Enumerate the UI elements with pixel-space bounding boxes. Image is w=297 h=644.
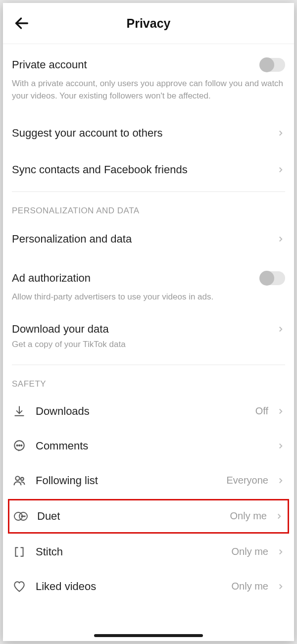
chevron-right-icon — [276, 165, 285, 174]
comment-icon — [12, 439, 27, 453]
svg-point-4 — [17, 445, 18, 446]
download-data-row[interactable]: Download your data Get a copy of your Ti… — [3, 312, 294, 364]
duet-value: Only me — [230, 510, 267, 522]
page-title: Privacy — [127, 16, 171, 31]
heart-icon — [12, 579, 27, 594]
chevron-right-icon — [276, 325, 285, 334]
following-list-label: Following list — [36, 474, 227, 487]
downloads-label: Downloads — [36, 405, 255, 418]
header: Privacy — [3, 3, 294, 44]
toggle-knob — [259, 57, 274, 72]
ad-authorization-toggle[interactable] — [260, 271, 285, 285]
liked-videos-value: Only me — [232, 581, 268, 592]
stitch-label: Stitch — [36, 545, 232, 558]
personalization-header: PERSONALIZATION AND DATA — [3, 192, 294, 221]
privacy-screen: Privacy Private account With a private a… — [3, 3, 294, 641]
ad-auth-header-row: Ad authorization — [12, 257, 285, 287]
chevron-right-icon — [276, 476, 285, 485]
duet-label: Duet — [37, 510, 230, 523]
back-button[interactable] — [12, 13, 32, 33]
people-icon — [12, 473, 27, 488]
svg-point-13 — [24, 516, 25, 517]
private-account-label: Private account — [12, 58, 260, 71]
duet-icon — [13, 509, 28, 524]
ad-auth-row: Ad authorization Allow third-party adver… — [3, 257, 294, 312]
duet-row[interactable]: Duet Only me — [8, 499, 289, 534]
ad-authorization-description: Allow third-party advertisers to use you… — [12, 291, 285, 312]
svg-point-5 — [19, 445, 20, 446]
chevron-right-icon — [276, 129, 285, 138]
safety-header: SAFETY — [3, 365, 294, 394]
stitch-icon — [12, 545, 27, 559]
downloads-value: Off — [255, 405, 268, 417]
personalization-data-row[interactable]: Personalization and data — [3, 221, 294, 257]
following-list-value: Everyone — [227, 475, 269, 486]
private-account-section: Private account With a private account, … — [3, 44, 294, 115]
download-icon — [12, 404, 27, 419]
liked-videos-label: Liked videos — [36, 580, 232, 593]
svg-point-6 — [21, 445, 22, 446]
chevron-right-icon — [275, 512, 284, 521]
downloads-row[interactable]: Downloads Off — [3, 394, 294, 429]
home-indicator — [94, 634, 203, 637]
liked-videos-row[interactable]: Liked videos Only me — [3, 569, 294, 604]
chevron-right-icon — [276, 235, 285, 244]
chevron-right-icon — [276, 582, 285, 591]
download-data-label: Download your data — [12, 323, 271, 336]
private-account-row: Private account — [12, 44, 285, 74]
sync-contacts-row[interactable]: Sync contacts and Facebook friends — [3, 151, 294, 191]
comments-label: Comments — [36, 440, 271, 452]
download-data-description: Get a copy of your TikTok data — [12, 340, 126, 349]
svg-point-7 — [15, 476, 19, 480]
sync-contacts-label: Sync contacts and Facebook friends — [12, 163, 271, 176]
svg-point-12 — [23, 516, 24, 517]
chevron-right-icon — [276, 547, 285, 556]
ad-authorization-label: Ad authorization — [12, 272, 260, 285]
chevron-right-icon — [276, 407, 285, 416]
stitch-value: Only me — [232, 546, 268, 557]
toggle-knob — [259, 271, 274, 286]
private-account-description: With a private account, only users you a… — [12, 78, 285, 115]
personalization-data-label: Personalization and data — [12, 233, 271, 246]
following-list-row[interactable]: Following list Everyone — [3, 463, 294, 498]
suggest-account-label: Suggest your account to others — [12, 127, 271, 140]
private-account-toggle[interactable] — [260, 58, 285, 72]
arrow-left-icon — [13, 15, 30, 32]
svg-point-8 — [21, 478, 24, 481]
comments-row[interactable]: Comments — [3, 429, 294, 463]
svg-point-11 — [21, 516, 22, 517]
suggest-account-row[interactable]: Suggest your account to others — [3, 115, 294, 151]
stitch-row[interactable]: Stitch Only me — [3, 535, 294, 569]
chevron-right-icon — [276, 442, 285, 450]
